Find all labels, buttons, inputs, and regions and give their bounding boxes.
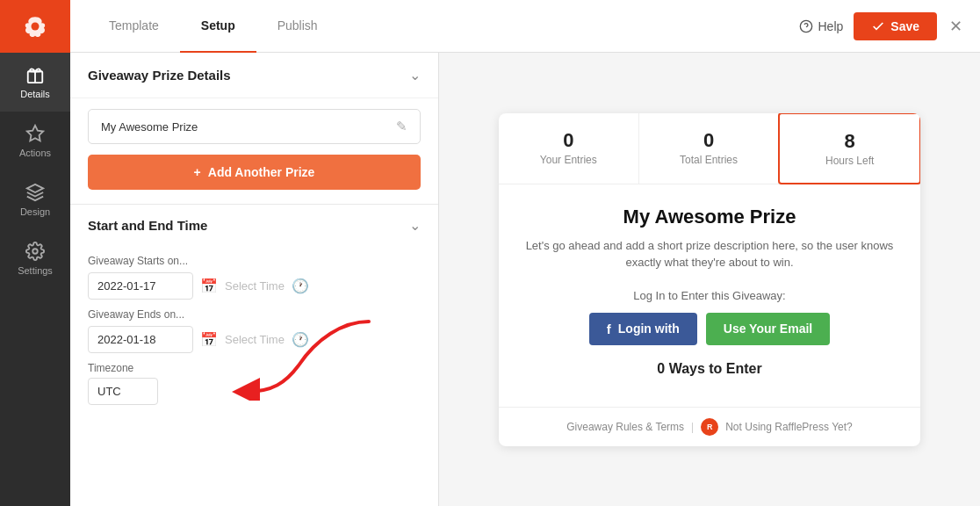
end-date-input[interactable] bbox=[88, 326, 193, 353]
end-date-row: 📅 Select Time 🕐 bbox=[88, 326, 421, 353]
timezone-label: Timezone bbox=[88, 362, 421, 374]
sidebar-item-settings-label: Settings bbox=[18, 265, 53, 276]
logo bbox=[0, 0, 70, 53]
sidebar-item-details[interactable]: Details bbox=[0, 53, 70, 112]
preview-card: 0 Your Entries 0 Total Entries 8 Hours L… bbox=[499, 113, 920, 446]
prize-item-label: My Awesome Prize bbox=[101, 120, 198, 134]
sidebar-item-settings[interactable]: Settings bbox=[0, 229, 70, 288]
total-entries-label: Total Entries bbox=[680, 154, 738, 166]
prize-section-title: Giveaway Prize Details bbox=[88, 68, 231, 83]
start-label: Giveaway Starts on... bbox=[88, 255, 421, 267]
sidebar-item-actions[interactable]: Actions bbox=[0, 112, 70, 170]
settings-icon bbox=[25, 242, 45, 261]
time-section-chevron: ⌄ bbox=[409, 217, 421, 234]
help-icon bbox=[799, 19, 813, 33]
hours-left-label: Hours Left bbox=[825, 155, 874, 167]
add-prize-plus-icon: + bbox=[194, 165, 201, 179]
start-clock-icon[interactable]: 🕐 bbox=[292, 278, 309, 294]
tab-template[interactable]: Template bbox=[88, 0, 180, 53]
start-date-input[interactable] bbox=[88, 272, 193, 300]
sidebar-item-design-label: Design bbox=[20, 206, 50, 217]
close-button[interactable]: ✕ bbox=[949, 17, 962, 36]
prize-section-header[interactable]: Giveaway Prize Details ⌄ bbox=[70, 53, 438, 98]
actions-icon bbox=[25, 124, 45, 143]
prize-section-chevron: ⌄ bbox=[409, 67, 421, 83]
login-buttons: f Login with Use Your Email bbox=[525, 313, 894, 345]
gift-icon bbox=[25, 65, 45, 84]
preview-panel: 0 Your Entries 0 Total Entries 8 Hours L… bbox=[439, 53, 980, 506]
save-button[interactable]: Save bbox=[854, 12, 937, 40]
stat-hours-left: 8 Hours Left bbox=[778, 113, 920, 184]
help-button[interactable]: Help bbox=[799, 19, 844, 33]
tab-publish[interactable]: Publish bbox=[256, 0, 339, 53]
stat-your-entries: 0 Your Entries bbox=[499, 113, 639, 184]
hours-left-number: 8 bbox=[845, 130, 855, 153]
start-time-placeholder: Select Time bbox=[225, 279, 285, 293]
sidebar: Details Actions Design Settings bbox=[0, 0, 70, 506]
topnav: Template Setup Publish Help Save ✕ bbox=[70, 0, 980, 53]
your-entries-number: 0 bbox=[563, 129, 573, 152]
design-icon bbox=[25, 183, 45, 202]
save-icon bbox=[871, 19, 885, 33]
stat-total-entries: 0 Total Entries bbox=[639, 113, 780, 184]
prize-content: My Awesome Prize Let's go ahead and add … bbox=[499, 184, 920, 407]
sidebar-item-details-label: Details bbox=[20, 89, 50, 99]
end-label: Giveaway Ends on... bbox=[88, 308, 421, 321]
timezone-value: UTC bbox=[88, 378, 158, 405]
preview-prize-desc: Let's go ahead and add a short prize des… bbox=[525, 237, 894, 271]
sidebar-item-design[interactable]: Design bbox=[0, 170, 70, 229]
end-clock-icon[interactable]: 🕐 bbox=[292, 331, 309, 348]
stats-row: 0 Your Entries 0 Total Entries 8 Hours L… bbox=[499, 113, 920, 184]
footer-not-using-link[interactable]: Not Using RafflePress Yet? bbox=[725, 421, 853, 433]
email-login-button[interactable]: Use Your Email bbox=[706, 313, 830, 345]
total-entries-number: 0 bbox=[703, 129, 714, 152]
tab-setup[interactable]: Setup bbox=[180, 0, 256, 53]
content-area: Giveaway Prize Details ⌄ My Awesome Priz… bbox=[70, 53, 980, 506]
logo-icon bbox=[19, 11, 51, 42]
main-area: Template Setup Publish Help Save ✕ bbox=[70, 0, 980, 506]
time-section-header[interactable]: Start and End Time ⌄ bbox=[70, 205, 438, 246]
svg-point-6 bbox=[32, 249, 38, 254]
svg-point-1 bbox=[32, 23, 40, 31]
prize-edit-icon[interactable]: ✎ bbox=[396, 119, 407, 134]
facebook-login-button[interactable]: f Login with bbox=[589, 313, 697, 345]
start-calendar-icon[interactable]: 📅 bbox=[200, 278, 218, 294]
start-date-row: 📅 Select Time 🕐 bbox=[88, 272, 421, 300]
left-panel: Giveaway Prize Details ⌄ My Awesome Priz… bbox=[70, 53, 439, 506]
svg-marker-5 bbox=[27, 126, 43, 141]
footer-rules-link[interactable]: Giveaway Rules & Terms bbox=[566, 421, 684, 433]
add-prize-button[interactable]: + Add Another Prize bbox=[88, 155, 421, 190]
card-footer: Giveaway Rules & Terms | R Not Using Raf… bbox=[499, 407, 920, 446]
prize-item: My Awesome Prize ✎ bbox=[88, 109, 421, 144]
fb-icon: f bbox=[607, 322, 611, 336]
preview-prize-title: My Awesome Prize bbox=[525, 206, 894, 228]
sidebar-item-actions-label: Actions bbox=[19, 148, 51, 158]
time-section-title: Start and End Time bbox=[88, 218, 207, 233]
your-entries-label: Your Entries bbox=[540, 154, 597, 166]
footer-logo: R bbox=[701, 418, 718, 436]
preview-login-label: Log In to Enter this Giveaway: bbox=[525, 289, 894, 302]
end-calendar-icon[interactable]: 📅 bbox=[200, 331, 218, 348]
footer-separator: | bbox=[691, 421, 694, 433]
ways-to-enter: 0 Ways to Enter bbox=[525, 361, 894, 377]
end-time-placeholder: Select Time bbox=[225, 333, 285, 346]
